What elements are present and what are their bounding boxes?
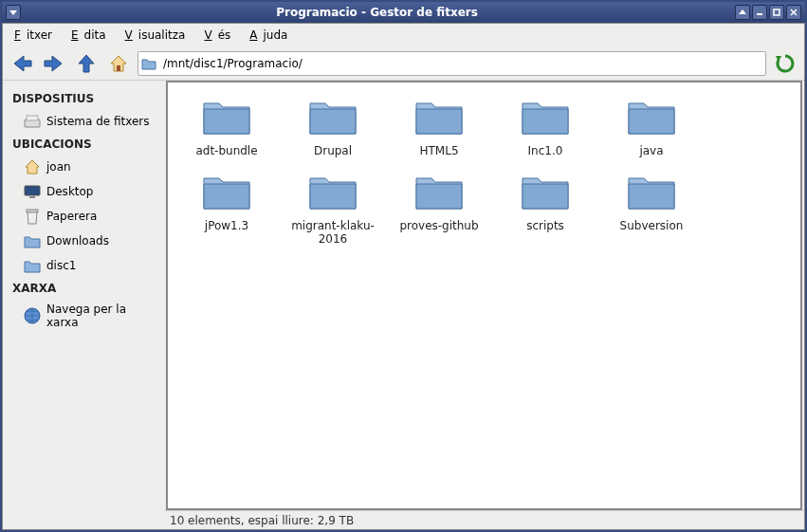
sidebar-item-label: joan <box>46 160 71 174</box>
file-item[interactable]: scripts <box>492 171 598 246</box>
folder-icon <box>413 96 466 140</box>
file-pane[interactable]: adt-bundleDrupalHTML5Inc1.0javajPow1.3mi… <box>166 81 802 510</box>
network-header: XARXA <box>9 278 158 299</box>
location-bar <box>138 51 766 76</box>
sidebar-item-label: Desktop <box>46 185 94 198</box>
folder-icon <box>413 171 466 215</box>
folder-icon <box>625 171 678 215</box>
folder-icon <box>24 232 41 249</box>
svg-rect-5 <box>25 186 40 195</box>
file-label: Inc1.0 <box>524 144 567 157</box>
folder-icon <box>306 171 359 215</box>
system-menu-button[interactable] <box>6 5 21 20</box>
menu-view[interactable]: Visualitza <box>119 27 197 44</box>
window-body: Fitxer Edita Visualitza Vés Ajuda <box>2 23 805 530</box>
file-item[interactable]: Subversion <box>598 171 705 246</box>
file-label: Drupal <box>310 144 356 157</box>
maximize-button[interactable] <box>769 5 784 20</box>
file-label: jPow1.3 <box>201 219 252 232</box>
file-item[interactable]: java <box>598 96 705 157</box>
display-icon <box>24 183 41 200</box>
folder-icon <box>625 96 678 140</box>
menubar: Fitxer Edita Visualitza Vés Ajuda <box>3 24 804 46</box>
svg-rect-1 <box>774 9 779 15</box>
status-bar: 10 elements, espai lliure: 2,9 TB <box>164 510 804 529</box>
titlebar[interactable]: Programacio - Gestor de fitxers <box>2 2 805 23</box>
sidebar-item-label: Downloads <box>46 234 109 248</box>
menu-edit[interactable]: Edita <box>65 27 118 44</box>
file-item[interactable]: jPow1.3 <box>174 171 280 246</box>
file-item[interactable]: Inc1.0 <box>492 96 598 157</box>
svg-rect-4 <box>27 116 38 120</box>
file-item[interactable]: HTML5 <box>386 96 492 157</box>
location-input[interactable] <box>159 57 765 70</box>
toolbar <box>3 46 804 81</box>
svg-rect-0 <box>757 13 762 15</box>
menu-go[interactable]: Vés <box>198 27 242 44</box>
sidebar-item-label: disc1 <box>46 259 76 272</box>
drive-icon <box>24 113 41 130</box>
sidebar-item-places-4[interactable]: disc1 <box>9 253 158 278</box>
window-frame: Programacio - Gestor de fitxers Fitxer E… <box>0 0 807 532</box>
svg-rect-7 <box>27 210 38 212</box>
forward-button[interactable] <box>41 50 67 77</box>
sidebar-item-label: Sistema de fitxers <box>46 115 150 128</box>
content-area: DISPOSITIUS Sistema de fitxers UBICACION… <box>3 81 804 529</box>
file-label: adt-bundle <box>192 144 261 157</box>
folder-icon <box>24 257 41 274</box>
sidebar: DISPOSITIUS Sistema de fitxers UBICACION… <box>3 81 164 529</box>
trash-icon <box>24 208 41 225</box>
close-button[interactable] <box>786 5 801 20</box>
file-label: HTML5 <box>415 144 462 157</box>
folder-icon <box>519 96 572 140</box>
globe-icon <box>24 307 41 324</box>
file-label: migrant-klaku-2016 <box>280 219 386 246</box>
file-item[interactable]: proves-github <box>386 171 492 246</box>
sidebar-item-network-0[interactable]: Navega per la xarxa <box>9 299 158 333</box>
folder-icon <box>200 171 253 215</box>
shade-button[interactable] <box>735 5 750 20</box>
back-button[interactable] <box>9 50 35 77</box>
folder-icon <box>519 171 572 215</box>
window-title: Programacio - Gestor de fitxers <box>21 6 733 19</box>
folder-icon <box>138 57 159 70</box>
menu-help[interactable]: Ajuda <box>244 27 299 44</box>
minimize-button[interactable] <box>752 5 767 20</box>
svg-rect-6 <box>29 196 35 198</box>
folder-icon <box>200 96 253 140</box>
places-header: UBICACIONS <box>9 134 158 155</box>
reload-button[interactable] <box>772 50 798 77</box>
sidebar-item-devices-0[interactable]: Sistema de fitxers <box>9 109 158 134</box>
file-label: Subversion <box>616 219 688 232</box>
home-button[interactable] <box>105 50 132 77</box>
file-label: java <box>635 144 667 157</box>
main-column: adt-bundleDrupalHTML5Inc1.0javajPow1.3mi… <box>164 81 804 529</box>
devices-header: DISPOSITIUS <box>9 88 158 109</box>
up-button[interactable] <box>73 50 100 77</box>
home-icon <box>24 158 41 175</box>
file-item[interactable]: migrant-klaku-2016 <box>280 171 386 246</box>
sidebar-item-places-3[interactable]: Downloads <box>9 229 158 253</box>
menu-file[interactable]: Fitxer <box>9 27 64 44</box>
file-item[interactable]: adt-bundle <box>174 96 280 157</box>
file-item[interactable]: Drupal <box>280 96 386 157</box>
folder-icon <box>306 96 359 140</box>
file-label: scripts <box>523 219 568 232</box>
sidebar-item-places-2[interactable]: Paperera <box>9 204 158 229</box>
sidebar-item-places-1[interactable]: Desktop <box>9 179 158 204</box>
sidebar-item-label: Navega per la xarxa <box>46 303 153 329</box>
svg-rect-2 <box>117 65 120 71</box>
file-label: proves-github <box>395 219 482 232</box>
sidebar-item-label: Paperera <box>46 210 97 223</box>
sidebar-item-places-0[interactable]: joan <box>9 155 158 179</box>
